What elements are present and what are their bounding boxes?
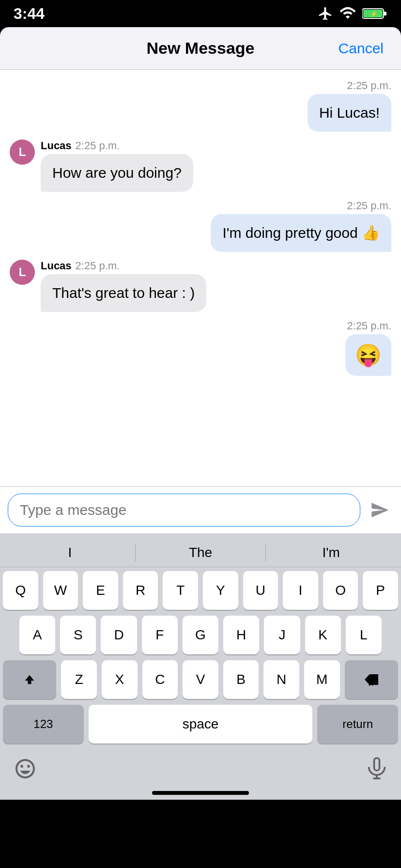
key-b[interactable]: B <box>223 660 259 699</box>
key-h[interactable]: H <box>223 616 259 654</box>
key-j[interactable]: J <box>264 616 300 654</box>
bubble-meta: 2:25 p.m. <box>308 79 391 92</box>
status-time: 3:44 <box>14 5 45 23</box>
shift-icon <box>23 673 36 686</box>
key-c[interactable]: C <box>142 660 178 699</box>
chat-area: 2:25 p.m. Hi Lucas! L Lucas 2:25 p.m. Ho… <box>0 70 401 486</box>
key-u[interactable]: U <box>243 571 278 610</box>
airplane-icon <box>318 6 333 21</box>
home-bar <box>152 791 249 795</box>
key-z[interactable]: Z <box>61 660 97 699</box>
message-input[interactable] <box>8 494 360 527</box>
key-n[interactable]: N <box>263 660 299 699</box>
mic-button[interactable] <box>366 756 387 783</box>
battery-icon: ⚡ <box>362 7 387 20</box>
numbers-key[interactable]: 123 <box>3 705 84 744</box>
message-bubble: That's great to hear : ) <box>41 274 206 312</box>
svg-rect-1 <box>384 12 386 16</box>
bubble-meta: 2:25 p.m. <box>345 320 391 332</box>
key-row-2: A S D F G H J K L <box>3 616 398 654</box>
message-bubble: 😝 <box>345 334 391 376</box>
key-s[interactable]: S <box>60 616 96 654</box>
message-row: 2:25 p.m. 😝 <box>10 320 391 376</box>
sent-bubble-container: 2:25 p.m. Hi Lucas! <box>308 79 391 132</box>
message-row: 2:25 p.m. Hi Lucas! <box>10 79 391 132</box>
input-area <box>0 486 401 533</box>
key-row-1: Q W E R T Y U I O P <box>3 571 398 610</box>
bubble-meta: Lucas 2:25 p.m. <box>41 140 193 152</box>
avatar: L <box>10 260 35 285</box>
key-rows: Q W E R T Y U I O P A S D F G H J K L <box>0 567 401 751</box>
message-time: 2:25 p.m. <box>347 320 391 332</box>
autocorrect-bar: I The I'm <box>0 538 401 567</box>
bubble-meta: Lucas 2:25 p.m. <box>41 260 206 272</box>
nav-header: New Message Cancel <box>0 27 401 70</box>
message-bubble: Hi Lucas! <box>308 94 391 132</box>
message-bubble: How are you doing? <box>41 154 193 192</box>
svg-text:⚡: ⚡ <box>370 10 378 18</box>
message-row: L Lucas 2:25 p.m. How are you doing? <box>10 140 391 192</box>
bubble-meta: 2:25 p.m. <box>211 200 391 212</box>
sent-bubble-container: 2:25 p.m. I'm doing pretty good 👍 <box>211 200 391 252</box>
message-time: 2:25 p.m. <box>347 200 391 212</box>
sent-bubble-container: 2:25 p.m. 😝 <box>345 320 391 376</box>
keyboard: I The I'm Q W E R T Y U I O P A S D F G … <box>0 533 401 791</box>
autocorrect-item[interactable]: I'm <box>266 542 396 563</box>
key-r[interactable]: R <box>123 571 158 610</box>
key-v[interactable]: V <box>183 660 218 699</box>
send-button[interactable] <box>366 496 393 524</box>
nav-title: New Message <box>147 39 255 58</box>
key-d[interactable]: D <box>101 616 137 654</box>
key-o[interactable]: O <box>323 571 358 610</box>
key-g[interactable]: G <box>183 616 218 654</box>
key-y[interactable]: Y <box>203 571 238 610</box>
shift-key[interactable] <box>3 660 56 699</box>
avatar: L <box>10 140 35 165</box>
wifi-icon <box>339 7 356 20</box>
message-time: 2:25 p.m. <box>347 79 391 92</box>
home-indicator <box>0 791 401 800</box>
emoji-button[interactable] <box>14 757 37 782</box>
send-icon <box>370 500 389 520</box>
message-time: 2:25 p.m. <box>76 260 120 272</box>
received-bubble-container: Lucas 2:25 p.m. How are you doing? <box>41 140 193 192</box>
key-e[interactable]: E <box>83 571 118 610</box>
return-key[interactable]: return <box>317 705 398 744</box>
key-w[interactable]: W <box>43 571 78 610</box>
autocorrect-item[interactable]: I <box>5 542 135 563</box>
key-row-3: Z X C V B N M <box>3 660 398 699</box>
status-icons: ⚡ <box>318 6 387 21</box>
key-f[interactable]: F <box>142 616 178 654</box>
key-p[interactable]: P <box>363 571 398 610</box>
emoji-icon <box>14 757 37 780</box>
key-t[interactable]: T <box>163 571 198 610</box>
key-a[interactable]: A <box>19 616 55 654</box>
cancel-button[interactable]: Cancel <box>339 40 384 57</box>
backspace-key[interactable] <box>345 660 398 699</box>
received-bubble-container: Lucas 2:25 p.m. That's great to hear : ) <box>41 260 206 312</box>
status-bar: 3:44 ⚡ <box>0 0 401 27</box>
sender-name: Lucas <box>41 260 72 272</box>
message-time: 2:25 p.m. <box>76 140 120 152</box>
message-bubble: I'm doing pretty good 👍 <box>211 214 391 252</box>
key-x[interactable]: X <box>102 660 138 699</box>
keyboard-bottom <box>0 751 401 791</box>
space-key[interactable]: space <box>89 705 313 744</box>
sender-name: Lucas <box>41 140 72 152</box>
message-row: 2:25 p.m. I'm doing pretty good 👍 <box>10 200 391 252</box>
autocorrect-item[interactable]: The <box>136 542 266 563</box>
key-row-4: 123 space return <box>3 705 398 744</box>
key-i[interactable]: I <box>283 571 318 610</box>
backspace-icon <box>364 673 379 686</box>
key-k[interactable]: K <box>305 616 341 654</box>
key-l[interactable]: L <box>346 616 382 654</box>
mic-icon <box>366 756 387 781</box>
message-row: L Lucas 2:25 p.m. That's great to hear :… <box>10 260 391 312</box>
key-m[interactable]: M <box>304 660 340 699</box>
key-q[interactable]: Q <box>3 571 38 610</box>
